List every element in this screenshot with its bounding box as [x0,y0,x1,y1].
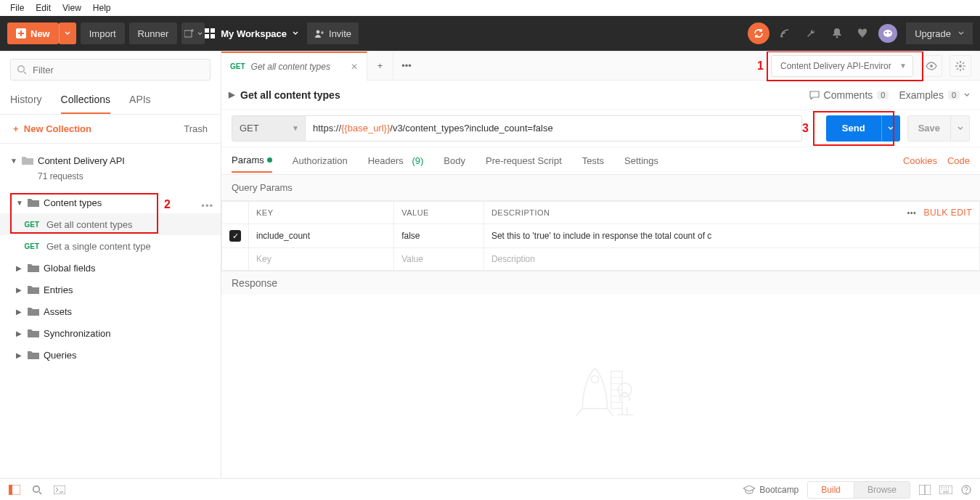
satellite-button[interactable] [774,22,796,44]
environment-settings[interactable] [950,55,971,77]
cookies-link[interactable]: Cookies [903,155,937,166]
two-pane-icon[interactable] [919,485,931,495]
menu-view[interactable]: View [57,3,87,13]
method-selector[interactable]: GET ▼ [232,115,306,142]
trash-link[interactable]: Trash [184,123,208,134]
caret-right-icon[interactable]: ▶ [229,90,234,99]
user-plus-icon [314,29,324,38]
param-desc[interactable]: Set this to 'true' to include in respons… [483,224,979,248]
param-key-placeholder[interactable]: Key [249,248,394,271]
collection-sub: 71 requests [0,168,221,184]
method-badge: GET [22,221,39,229]
sidebar-tabs: History Collections APIs [0,88,221,115]
heart-button[interactable] [852,22,874,44]
new-button[interactable]: New [7,22,59,44]
folder-content-types[interactable]: ▼ Content types [0,192,221,213]
invite-button[interactable]: Invite [307,22,359,44]
environment-selector[interactable]: Content Delivery API-Enviror ▼ [771,55,913,77]
request-get-all-content-types[interactable]: GET Get all content types [0,213,221,235]
comments-button[interactable]: Comments 0 [809,89,889,101]
body: History Collections APIs + New Collectio… [0,51,980,478]
checkbox-checked-icon[interactable]: ✓ [229,230,241,242]
menu-help[interactable]: Help [87,3,117,13]
environment-quicklook[interactable] [920,55,942,77]
send-button[interactable]: Send [826,115,881,142]
param-row-empty[interactable]: Key Value Description [222,248,980,271]
wrench-button[interactable] [800,22,822,44]
browse-tab[interactable]: Browse [854,482,910,498]
subtab-body[interactable]: Body [444,149,465,172]
examples-count: 0 [948,91,960,99]
footer: Bootcamp Build Browse [0,478,980,500]
sync-button[interactable] [748,22,769,44]
filter-input[interactable] [33,65,204,75]
subtab-settings[interactable]: Settings [624,149,658,172]
bootcamp-link[interactable]: Bootcamp [743,485,799,495]
new-window-button[interactable] [181,22,205,44]
tab-more-button[interactable]: ••• [393,52,420,81]
tab-collections[interactable]: Collections [61,88,110,114]
folder-assets[interactable]: ▶ Assets [0,300,221,322]
folder-queries[interactable]: ▶ Queries [0,344,221,366]
param-key[interactable]: include_count [249,224,394,248]
new-collection-button[interactable]: + New Collection [13,123,91,134]
send-dropdown[interactable] [881,115,900,142]
svg-rect-19 [9,485,12,495]
col-value: VALUE [394,202,484,224]
subtab-prereq[interactable]: Pre-request Script [486,149,562,172]
tabbar: GET Get all content types ✕ + ••• 1 Cont… [221,52,980,81]
collection-more-icon[interactable]: ••• [201,200,213,211]
url-input[interactable]: https://{{base_url}}/v3/content_types?in… [306,115,802,142]
param-value[interactable]: false [394,224,484,248]
upgrade-button[interactable]: Upgrade [906,22,973,44]
tab-apis[interactable]: APIs [129,88,151,114]
gear-icon [955,61,965,71]
bulk-edit-link[interactable]: Bulk Edit [923,208,972,218]
param-desc-placeholder[interactable]: Description [483,248,979,271]
folder-entries[interactable]: ▶ Entries [0,279,221,300]
sidebar-toggle-icon[interactable] [9,485,20,495]
filter-box[interactable] [10,59,211,81]
avatar[interactable] [878,24,897,43]
help-icon[interactable] [961,485,971,495]
new-dropdown[interactable] [59,22,76,44]
tab-history[interactable]: History [10,88,42,114]
url-variable: {{base_url}} [341,123,390,134]
svg-point-10 [885,32,887,34]
param-row[interactable]: ✓ include_count false Set this to 'true'… [222,224,980,248]
svg-point-8 [836,36,838,38]
request-get-single-content-type[interactable]: GET Get a single content type [0,235,221,257]
console-icon[interactable] [54,485,65,494]
params-more-icon[interactable]: ••• [907,208,916,217]
param-value-placeholder[interactable]: Value [394,248,484,271]
close-tab-icon[interactable]: ✕ [351,62,358,72]
folder-icon [28,285,39,294]
code-link[interactable]: Code [947,155,970,166]
keyboard-icon[interactable] [939,485,952,494]
request-tab[interactable]: GET Get all content types ✕ [221,52,367,81]
subtab-params[interactable]: Params [232,149,272,173]
find-icon[interactable] [32,485,42,495]
subtab-headers[interactable]: Headers (9) [368,149,424,172]
svg-rect-2 [205,28,209,33]
build-tab[interactable]: Build [808,482,854,498]
folder-synchronization[interactable]: ▶ Synchronization [0,322,221,344]
heart-icon [857,28,869,38]
chevron-down-icon [197,31,203,36]
runner-button[interactable]: Runner [129,22,178,44]
save-dropdown[interactable] [951,115,970,142]
menu-file[interactable]: File [4,3,30,13]
import-button[interactable]: Import [81,22,125,44]
caret-right-icon: ▶ [16,351,23,359]
save-button[interactable]: Save [907,115,951,142]
workspace-selector[interactable]: My Workspace [205,28,298,39]
subtab-tests[interactable]: Tests [582,149,604,172]
subtab-authorization[interactable]: Authorization [293,149,348,172]
examples-button[interactable]: Examples 0 [899,89,970,101]
pane-toggle[interactable]: Build Browse [807,481,910,499]
caret-right-icon: ▶ [16,264,23,272]
menu-edit[interactable]: Edit [30,3,57,13]
new-tab-button[interactable]: + [367,52,393,81]
bell-button[interactable] [826,22,848,44]
folder-global-fields[interactable]: ▶ Global fields [0,257,221,279]
